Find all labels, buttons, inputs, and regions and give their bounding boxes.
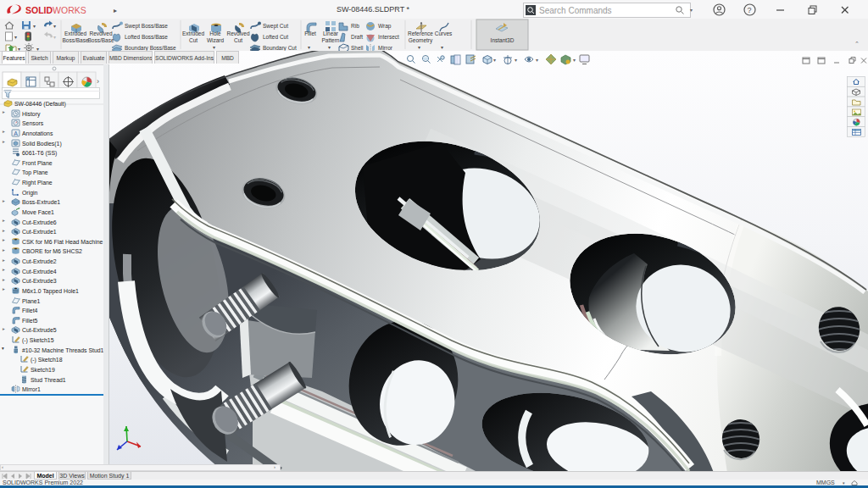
svg-text:▾: ▾ [328,45,331,50]
svg-text:▾: ▾ [213,45,215,50]
svg-text:▾: ▾ [53,24,56,29]
svg-text:SOLIDWORKS: SOLIDWORKS [25,5,86,15]
svg-text:▾: ▾ [53,35,56,40]
svg-text:▸: ▸ [114,7,117,14]
svg-text:▾: ▾ [536,58,538,63]
svg-text:▾: ▾ [493,58,496,63]
svg-text:?: ? [748,6,752,14]
svg-text:▾: ▾ [573,58,576,63]
svg-text:▾: ▾ [441,45,443,50]
svg-text:▾: ▾ [33,24,36,29]
svg-text:›: › [97,77,99,86]
svg-text:▾: ▾ [308,45,310,50]
svg-text:▾: ▾ [14,35,17,40]
svg-text:▾: ▾ [418,45,420,50]
svg-text:▾: ▾ [515,58,517,63]
